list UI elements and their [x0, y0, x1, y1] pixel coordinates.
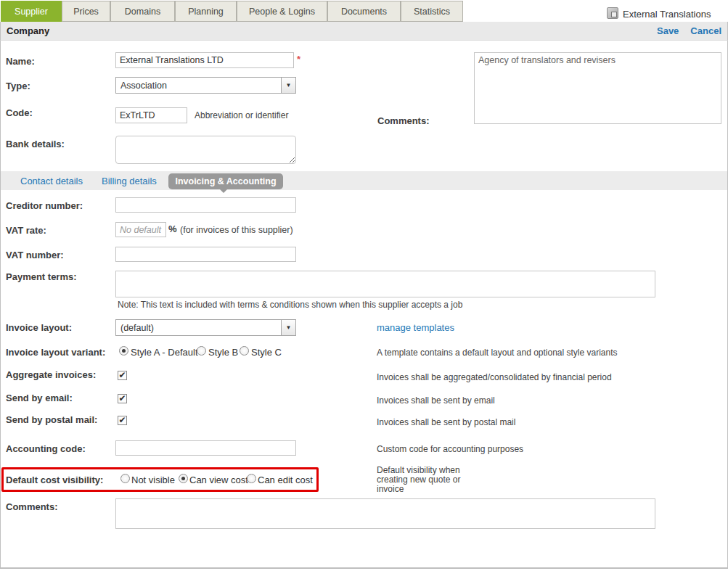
- default-cost-visibility-hint-line2: creating new quote or: [377, 475, 460, 485]
- chevron-down-icon[interactable]: ▼: [281, 78, 295, 93]
- radio-can-edit-cost[interactable]: [247, 474, 256, 483]
- creditor-number-input[interactable]: [115, 197, 296, 213]
- cancel-button[interactable]: Cancel: [690, 25, 721, 36]
- tab-billing-details[interactable]: Billing details: [102, 176, 157, 186]
- bank-details-label: Bank details:: [6, 139, 65, 149]
- radio-not-visible[interactable]: [120, 474, 130, 483]
- aggregate-invoices-label: Aggregate invoices:: [6, 369, 96, 380]
- company-comments-label: Comments:: [377, 115, 430, 126]
- company-header-bar: Company SaveCancel: [0, 22, 728, 41]
- radio-style-c-label[interactable]: Style C: [251, 347, 282, 358]
- type-select[interactable]: Association ▼: [115, 77, 296, 94]
- radio-style-b[interactable]: [197, 346, 206, 356]
- supplier-page: Supplier Prices Domains Planning People …: [0, 0, 728, 571]
- type-select-value: Association: [120, 81, 167, 91]
- radio-style-a[interactable]: [119, 346, 128, 356]
- vat-rate-suffix: %: [168, 223, 177, 234]
- default-cost-visibility-hint-line1: Default visibility when: [377, 465, 460, 475]
- radio-style-c[interactable]: [240, 346, 249, 356]
- send-by-postal-mail-hint: Invoices shall be sent by postal mail: [377, 417, 515, 427]
- default-cost-visibility-label: Default cost visibility:: [6, 475, 103, 485]
- manage-templates-link[interactable]: manage templates: [377, 322, 454, 333]
- invoicing-comments-textarea[interactable]: [115, 498, 655, 529]
- active-tab-pointer: [220, 189, 227, 193]
- bank-details-textarea[interactable]: [115, 136, 296, 164]
- tab-supplier[interactable]: Supplier: [1, 1, 62, 22]
- tab-documents[interactable]: Documents: [327, 1, 401, 22]
- vat-rate-hint: (for invoices of this supplier): [180, 225, 293, 235]
- send-by-email-checkbox[interactable]: ✔: [118, 394, 127, 403]
- invoice-layout-select[interactable]: (default) ▼: [115, 319, 296, 336]
- accounting-code-label: Accounting code:: [6, 443, 86, 454]
- payment-terms-label: Payment terms:: [6, 271, 77, 282]
- radio-can-edit-cost-label[interactable]: Can edit cost: [258, 475, 313, 485]
- invoice-layout-label: Invoice layout:: [6, 322, 72, 333]
- radio-not-visible-label[interactable]: Not visible: [131, 475, 175, 485]
- vat-number-input[interactable]: [115, 247, 296, 262]
- invoice-layout-select-value: (default): [120, 323, 154, 333]
- accounting-code-input[interactable]: [115, 440, 296, 456]
- section-title: Company: [7, 25, 49, 36]
- send-by-email-label: Send by email:: [6, 393, 73, 403]
- invoice-layout-variant-hint: A template contains a default layout and…: [377, 348, 618, 358]
- send-by-email-hint: Invoices shall be sent by email: [377, 395, 495, 406]
- tab-contact-details[interactable]: Contact details: [20, 176, 83, 186]
- invoicing-comments-label: Comments:: [6, 501, 58, 512]
- name-label: Name:: [6, 56, 35, 67]
- accounting-code-hint: Custom code for accounting purposes: [377, 444, 523, 454]
- aggregate-invoices-hint: Invoices shall be aggregated/consolidate…: [377, 372, 612, 382]
- radio-style-a-label[interactable]: Style A - Default: [131, 347, 198, 358]
- required-asterisk: *: [297, 54, 300, 65]
- radio-can-view-cost[interactable]: [179, 474, 188, 483]
- save-button[interactable]: Save: [657, 25, 679, 36]
- default-cost-visibility-hint-line3: invoice: [377, 484, 404, 494]
- invoice-layout-variant-label: Invoice layout variant:: [6, 347, 105, 358]
- code-hint: Abbreviation or identifier: [195, 110, 288, 120]
- payment-terms-note: Note: This text is included with terms &…: [118, 300, 462, 310]
- creditor-number-label: Creditor number:: [6, 200, 83, 211]
- vat-rate-input[interactable]: [115, 222, 166, 237]
- tab-statistics[interactable]: Statistics: [401, 1, 463, 22]
- name-input[interactable]: [115, 52, 294, 68]
- company-comments-textarea[interactable]: Agency of translators and revisers: [474, 52, 721, 124]
- entity-edit-icon[interactable]: [607, 7, 618, 19]
- payment-terms-textarea[interactable]: [115, 271, 655, 297]
- vat-number-label: VAT number:: [6, 250, 64, 260]
- vat-rate-label: VAT rate:: [6, 225, 46, 236]
- radio-can-view-cost-label[interactable]: Can view cost: [189, 475, 248, 485]
- tab-planning[interactable]: Planning: [175, 1, 237, 22]
- code-input[interactable]: [115, 107, 187, 123]
- tab-invoicing-accounting[interactable]: Invoicing & Accounting: [168, 173, 283, 189]
- code-label: Code:: [6, 107, 33, 118]
- tab-people-logins[interactable]: People & Logins: [237, 1, 327, 22]
- radio-style-b-label[interactable]: Style B: [208, 347, 238, 358]
- tab-prices[interactable]: Prices: [62, 1, 110, 22]
- tab-domains[interactable]: Domains: [110, 1, 175, 22]
- send-by-postal-mail-checkbox[interactable]: ✔: [118, 416, 127, 425]
- send-by-postal-mail-label: Send by postal mail:: [6, 414, 97, 425]
- chevron-down-icon[interactable]: ▼: [281, 320, 295, 335]
- aggregate-invoices-checkbox[interactable]: ✔: [118, 371, 127, 380]
- type-label: Type:: [6, 81, 30, 91]
